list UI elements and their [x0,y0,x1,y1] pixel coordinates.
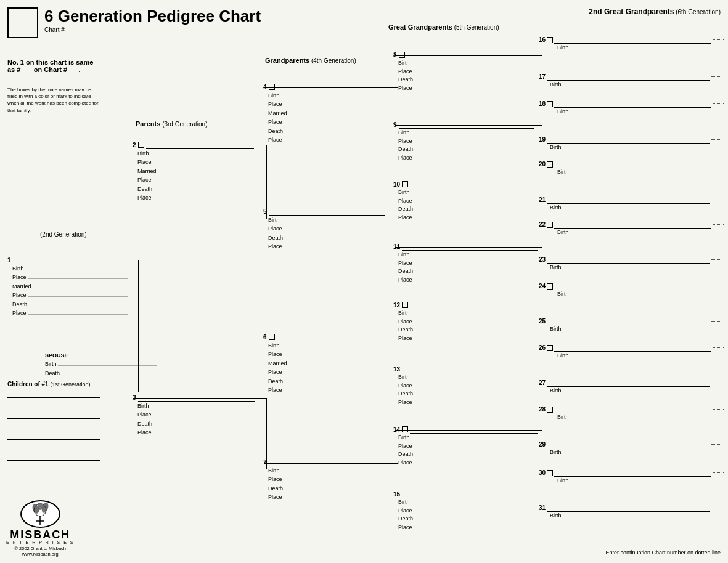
person-13: 13 Birth Place Death Place [393,365,538,407]
person-25: 25 Birth [539,317,722,334]
person-2: 2 Birth Place Married Place Death Place [133,140,254,202]
person-9: 9 Birth Place Death Place [393,120,534,162]
logo-area: MISBACH E N T E R P R I S E S © 2002 Gra… [6,500,74,557]
person-17: 17 Birth [539,73,722,89]
gen-5th-label: Great Grandparents (5th Generation) [388,23,499,31]
person-12: 12 Birth Place Death Place [393,301,538,342]
page: 6 Generation Pedigree Chart Chart # 2nd … [0,0,728,563]
person-21: 21 Birth [539,196,722,213]
spouse-name-line[interactable] [40,342,148,350]
connector-v-1-to-3 [138,260,139,392]
person-1: 1 Birth Place Married Place Death Place [7,256,133,317]
person-1-name[interactable] [13,256,133,264]
logo-name: MISBACH [10,529,70,540]
person-6: 6 Birth Place Married Place Death Place [263,333,385,394]
gen-4th-label: Grandparents (4th Generation) [265,57,356,64]
chart-label: Chart # [44,26,261,33]
person-3: 3 Birth Place Death Place [133,393,255,437]
person-8: 8 Birth Place Death Place [393,51,536,92]
person-22: 22 Birth [539,221,724,237]
connector-h-3 [133,398,267,399]
person-3-name[interactable] [138,393,255,402]
page-title: 6 Generation Pedigree Chart [44,7,261,25]
person-23: 23 Birth [539,256,722,272]
logo-copy: © 2002 Grant L. Misbach www.Misbach.org [14,546,66,557]
person-10: 10 Birth Place Death Place [393,180,538,222]
spouse-section: SPOUSE Birth Death [40,342,160,378]
no1-section: No. 1 on this chart is same as #___ on C… [7,59,93,73]
person-14: 14 Birth Place Death Place [393,425,538,467]
gen-2nd-label: (2nd Generation) [40,231,87,238]
person-29: 29 Birth [539,440,722,457]
person-27: 27 Birth [539,379,722,395]
person-18: 18 Birth [539,100,724,116]
logo-circle [20,500,60,528]
person-31: 31 Birth [539,504,722,520]
person-4: 4 Birth Place Married Place Death Place [263,83,385,144]
person-30: 30 Birth [539,469,724,485]
person-24: 24 Birth [539,282,724,299]
person-16: 16 Birth [539,36,724,52]
logo-icon [23,503,57,526]
children-section: Children of #1 (1st Generation) [7,381,100,473]
person-11: 11 Birth Place Death Place [393,242,538,284]
header: 6 Generation Pedigree Chart Chart # [7,7,261,38]
note-text: The boxes by the male names may be fille… [7,86,100,114]
gen-3rd-label: Parents (3rd Generation) [136,120,208,128]
person-15: 15 Birth Place Death Place [393,490,538,532]
gen-6th-label: 2nd Great Grandparents (6th Generation) [589,7,721,16]
person-7: 7 Birth Place Death Place [263,458,385,502]
logo-sub: E N T E R P R I S E S [6,540,74,545]
person-28: 28 Birth [539,405,724,422]
chart-box [7,7,38,38]
person-19: 19 Birth [539,136,722,152]
continue-note: Enter continuation Chart number on dotte… [605,549,721,556]
connector-h-2 [133,145,267,145]
person-20: 20 Birth [539,160,724,177]
person-26: 26 Birth [539,344,724,360]
person-5: 5 Birth Place Death Place [263,207,385,251]
